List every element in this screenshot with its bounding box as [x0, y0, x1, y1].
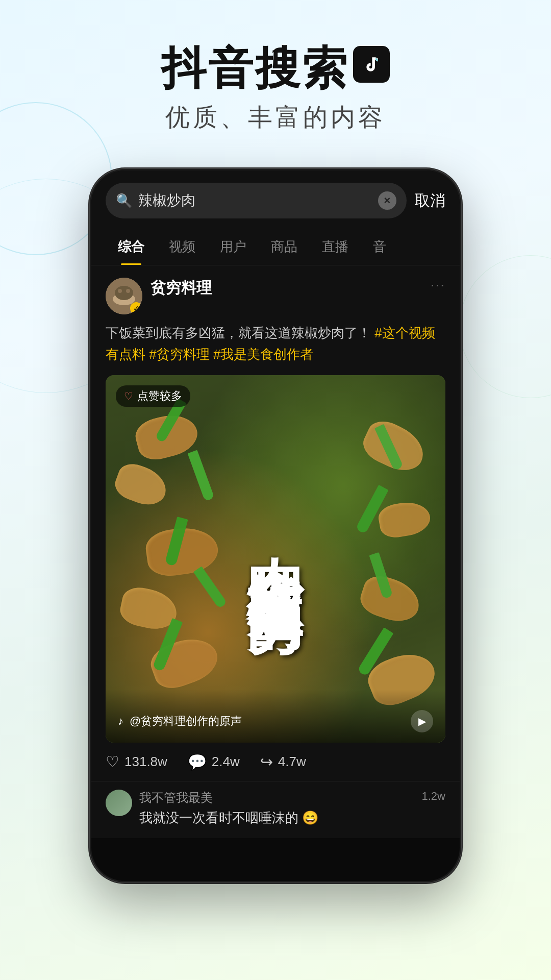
phone-outer: 🔍 辣椒炒肉 × 取消 综合 视频 用户 商品 [89, 168, 462, 883]
likes-stat[interactable]: ♡ 131.8w [106, 753, 167, 771]
video-background: 勇的猛辣椒炒肉 ♡ 点赞较多 [106, 375, 445, 743]
hashtag-3[interactable]: #我是美食创作者 [213, 347, 313, 362]
comments-stat[interactable]: 💬 2.4w [188, 753, 240, 771]
video-thumbnail[interactable]: 勇的猛辣椒炒肉 ♡ 点赞较多 ♪ @贫穷料理创作的原声 [106, 375, 445, 743]
user-name[interactable]: 贫穷料理 [151, 278, 422, 299]
phone-inner: 🔍 辣椒炒肉 × 取消 综合 视频 用户 商品 [91, 170, 460, 881]
user-avatar: ✓ [106, 278, 142, 314]
tab-video[interactable]: 视频 [157, 229, 208, 265]
audio-info: @贫穷料理创作的原声 [130, 714, 405, 729]
tab-audio[interactable]: 音 [361, 229, 398, 265]
heart-icon: ♡ [106, 753, 119, 771]
comment-text: 我就没一次看时不咽唾沫的 😄 [139, 808, 415, 828]
hot-badge-text: 点赞较多 [137, 388, 182, 404]
shares-count: 4.7w [278, 754, 306, 770]
comment-preview: 我不管我最美 我就没一次看时不咽唾沫的 😄 1.2w [91, 781, 460, 838]
commenter-name: 我不管我最美 [139, 790, 415, 806]
svg-point-2 [115, 286, 133, 300]
comment-likes: 1.2w [422, 790, 445, 803]
comment-icon: 💬 [188, 753, 207, 771]
tabs-row: 综合 视频 用户 商品 直播 音 [91, 229, 460, 265]
search-input-box[interactable]: 🔍 辣椒炒肉 × [106, 183, 407, 218]
tab-product[interactable]: 商品 [259, 229, 310, 265]
header-section: 抖音搜索 优质、丰富的内容 [0, 0, 551, 159]
share-icon: ↪ [260, 753, 273, 771]
heart-icon: ♡ [124, 390, 133, 402]
main-title: 抖音搜索 [161, 46, 349, 91]
video-overlay-text: 勇的猛辣椒炒肉 [106, 375, 445, 743]
post-description: 下饭菜到底有多凶猛，就看这道辣椒炒肉了！ #这个视频有点料 #贫穷料理 #我是美… [106, 323, 445, 365]
search-query-text: 辣椒炒肉 [138, 191, 372, 210]
more-options-button[interactable]: ··· [431, 278, 445, 292]
likes-count: 131.8w [124, 754, 167, 770]
svg-point-3 [118, 289, 122, 293]
user-card: ✓ 贫穷料理 ··· [106, 278, 445, 314]
tiktok-music-icon: ♪ [118, 715, 123, 728]
play-button[interactable]: ▶ [411, 710, 433, 732]
main-title-row: 抖音搜索 [0, 46, 551, 91]
cancel-button[interactable]: 取消 [415, 190, 445, 211]
commenter-avatar [106, 790, 132, 816]
tab-user[interactable]: 用户 [208, 229, 259, 265]
subtitle: 优质、丰富的内容 [0, 101, 551, 134]
hashtag-2[interactable]: #贫穷料理 [149, 347, 209, 362]
video-bottom-bar: ♪ @贫穷料理创作的原声 ▶ [106, 690, 445, 743]
engagement-row: ♡ 131.8w 💬 2.4w ↪ 4.7w [91, 743, 460, 781]
search-icon: 🔍 [116, 193, 132, 209]
verified-badge: ✓ [130, 302, 142, 314]
clear-button[interactable]: × [378, 191, 396, 210]
tab-comprehensive[interactable]: 综合 [106, 229, 157, 265]
comments-count: 2.4w [212, 754, 240, 770]
hot-badge: ♡ 点赞较多 [116, 385, 190, 407]
comment-content: 我不管我最美 我就没一次看时不咽唾沫的 😄 [139, 790, 415, 828]
content-area: ✓ 贫穷料理 ··· 下饭菜到底有多凶猛，就看这道辣椒炒肉了！ #这个视频有点料… [91, 265, 460, 743]
tiktok-logo-icon [353, 46, 390, 83]
shares-stat[interactable]: ↪ 4.7w [260, 753, 306, 771]
tab-live[interactable]: 直播 [310, 229, 361, 265]
phone-mockup: 🔍 辣椒炒肉 × 取消 综合 视频 用户 商品 [89, 168, 462, 944]
search-bar-area: 🔍 辣椒炒肉 × 取消 [91, 170, 460, 229]
svg-point-4 [126, 289, 130, 293]
